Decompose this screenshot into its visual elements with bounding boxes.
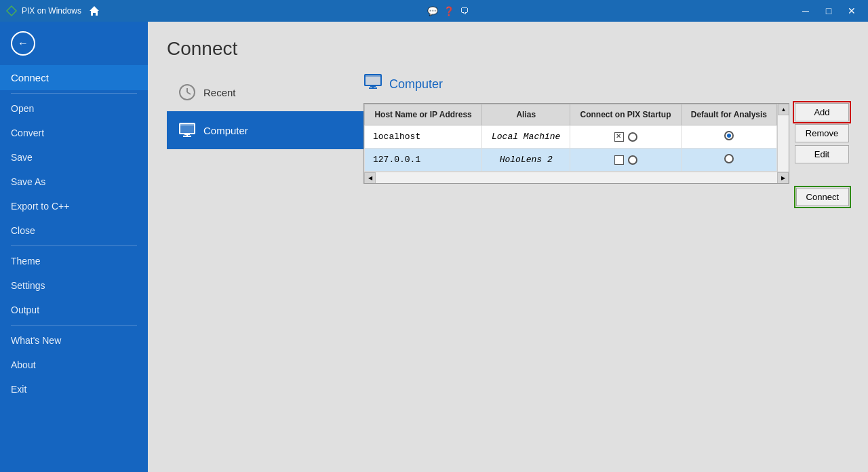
chat-icon[interactable]: 🗨: [460, 6, 469, 16]
remove-button[interactable]: Remove: [795, 124, 849, 142]
sidebar-item-whats-new[interactable]: What's New: [0, 328, 148, 353]
app-icon: [5, 5, 18, 17]
sidebar-item-output[interactable]: Output: [0, 298, 148, 322]
nav-item-recent[interactable]: Recent: [167, 73, 363, 111]
svg-marker-1: [7, 7, 16, 15]
startup-radio-empty[interactable]: [628, 155, 637, 165]
help-icon[interactable]: ❓: [443, 6, 454, 16]
computer-section-icon: [363, 73, 382, 95]
svg-rect-6: [180, 125, 195, 134]
host-value: localhost: [365, 125, 482, 149]
startup-checkbox-empty[interactable]: [614, 155, 624, 165]
main-layout: ← Connect Open Convert Save Save As Expo…: [0, 22, 868, 472]
sidebar-item-convert[interactable]: Convert: [0, 121, 148, 145]
sidebar-item-exit[interactable]: Exit: [0, 377, 148, 401]
sidebar-item-save[interactable]: Save: [0, 145, 148, 170]
edit-button[interactable]: Edit: [795, 145, 849, 163]
add-button[interactable]: Add: [795, 103, 849, 121]
main-content-row: Recent Computer: [167, 73, 849, 206]
connect-panel: Computer Host Name or IP Address Alias: [363, 73, 849, 206]
sidebar-divider-1: [11, 93, 137, 94]
nav-item-computer[interactable]: Computer: [167, 111, 363, 149]
host-value: 127.0.0.1: [365, 149, 482, 172]
action-buttons-panel: Add Remove Edit: [795, 103, 849, 163]
titlebar: PIX on Windows 💬 ❓ 🗨 ─ □ ✕: [0, 0, 868, 22]
startup-radio[interactable]: [628, 132, 637, 142]
close-button[interactable]: ✕: [841, 4, 863, 18]
alias-value: HoloLens 2: [482, 149, 570, 172]
feedback-icon[interactable]: 💬: [427, 6, 438, 16]
computer-icon: [178, 121, 197, 140]
titlebar-left: PIX on Windows: [5, 5, 100, 17]
sidebar: ← Connect Open Convert Save Save As Expo…: [0, 22, 148, 472]
default-cell[interactable]: [681, 125, 776, 149]
computer-label: Computer: [203, 125, 248, 136]
sidebar-item-theme[interactable]: Theme: [0, 249, 148, 273]
svg-rect-11: [365, 76, 381, 85]
connections-table: Host Name or IP Address Alias Connect on…: [364, 104, 777, 172]
svg-line-4: [187, 92, 191, 94]
sidebar-item-about[interactable]: About: [0, 353, 148, 377]
alias-value: Local Machine: [482, 125, 570, 149]
home-icon[interactable]: [88, 5, 100, 17]
startup-checkbox[interactable]: [614, 132, 624, 142]
titlebar-controls: ─ □ ✕: [795, 4, 863, 18]
content-area: Connect Recent: [148, 22, 868, 472]
sidebar-item-export[interactable]: Export to C++: [0, 194, 148, 218]
col-alias: Alias: [482, 104, 570, 125]
recent-label: Recent: [203, 87, 236, 98]
connect-button[interactable]: Connect: [796, 188, 849, 206]
recent-icon: [178, 83, 197, 102]
table-row[interactable]: localhost Local Machine: [365, 125, 777, 149]
default-radio-empty[interactable]: [724, 154, 734, 163]
sidebar-divider-2: [11, 245, 137, 246]
default-radio-filled[interactable]: [724, 131, 734, 140]
bottom-row: Connect: [363, 188, 849, 206]
table-plus-buttons: Host Name or IP Address Alias Connect on…: [363, 103, 849, 184]
sidebar-item-save-as[interactable]: Save As: [0, 170, 148, 194]
col-default: Default for Analysis: [681, 104, 776, 125]
left-nav: Recent Computer: [167, 73, 363, 206]
scroll-left-arrow[interactable]: ◀: [364, 172, 376, 184]
sidebar-divider-3: [11, 325, 137, 326]
sidebar-item-open[interactable]: Open: [0, 96, 148, 121]
minimize-button[interactable]: ─: [795, 4, 816, 18]
horizontal-scrollbar[interactable]: ◀ ▶: [364, 172, 789, 183]
scroll-up-arrow[interactable]: ▲: [778, 104, 789, 115]
titlebar-icons: 💬 ❓ 🗨: [427, 6, 469, 16]
scroll-right-arrow[interactable]: ▶: [777, 172, 789, 184]
sidebar-active-item[interactable]: Connect: [0, 65, 148, 90]
maximize-button[interactable]: □: [818, 4, 840, 18]
back-circle-icon: ←: [11, 31, 35, 56]
col-connect-startup: Connect on PIX Startup: [570, 104, 682, 125]
connections-table-container: Host Name or IP Address Alias Connect on…: [363, 103, 789, 184]
page-title: Connect: [167, 38, 849, 60]
app-title: PIX on Windows: [22, 6, 81, 16]
sidebar-back-button[interactable]: ←: [0, 22, 148, 65]
table-row[interactable]: 127.0.0.1 HoloLens 2: [365, 149, 777, 172]
default-cell[interactable]: [681, 149, 776, 172]
sidebar-item-settings[interactable]: Settings: [0, 273, 148, 298]
connect-startup-cell[interactable]: [570, 125, 682, 149]
sidebar-item-close[interactable]: Close: [0, 218, 148, 243]
col-host: Host Name or IP Address: [365, 104, 482, 125]
connect-startup-cell[interactable]: [570, 149, 682, 172]
computer-section-header: Computer: [363, 73, 849, 95]
computer-section-title: Computer: [389, 77, 443, 92]
